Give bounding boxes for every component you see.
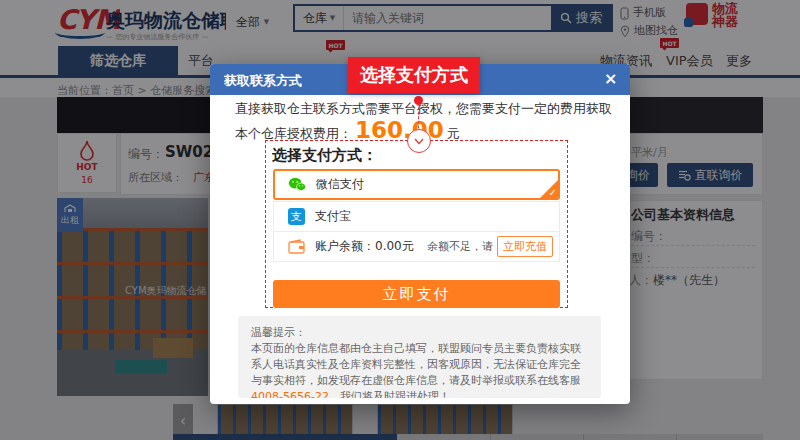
badge-connector-dot (414, 96, 423, 105)
tip-body: 本页面的仓库信息都由仓主自己填写，联盟顾问专员主要负责核实联系人电话真实性及仓库… (251, 342, 581, 387)
recharge-button[interactable]: 立即充值 (497, 236, 553, 257)
service-phone[interactable]: 4008-5656-22 (251, 390, 329, 398)
payment-option-balance[interactable]: 账户余额： 0.00元 余额不足，请 立即充值 (273, 232, 560, 262)
payment-modal: 获取联系方式 × 选择支付方式 直接获取仓主联系方式需要平台授权，您需要支付一定… (210, 64, 630, 404)
balance-value: 0.00元 (375, 238, 414, 255)
wechat-pay-label: 微信支付 (316, 176, 364, 193)
balance-label: 账户余额： (315, 238, 375, 255)
tip-body-tail: ，我们将及时跟进处理！ (329, 390, 450, 398)
tip-title: 温馨提示： (251, 325, 588, 341)
wechat-icon (288, 176, 306, 194)
pay-now-button[interactable]: 立即支付 (273, 280, 560, 308)
close-icon[interactable]: × (604, 69, 617, 89)
choose-payment-badge: 选择支付方式 (348, 57, 480, 93)
alipay-icon: 支 (287, 208, 305, 226)
wallet-icon (287, 238, 305, 256)
modal-title: 获取联系方式 (224, 72, 302, 90)
tip-box: 温馨提示： 本页面的仓库信息都由仓主自己填写，联盟顾问专员主要负责核实联系人电话… (238, 316, 601, 398)
payment-section-title: 选择支付方式： (272, 146, 377, 165)
modal-description-line1: 直接获取仓主联系方式需要平台授权，您需要支付一定的费用获取 (235, 100, 623, 118)
alipay-label: 支付宝 (315, 208, 351, 225)
insufficient-balance-note: 余额不足，请 (427, 239, 493, 254)
payment-option-alipay[interactable]: 支 支付宝 (273, 201, 560, 232)
payment-option-wechat[interactable]: 微信支付 ✓ (273, 169, 560, 200)
check-icon: ✓ (549, 187, 557, 198)
page: CYM 奥玛物流仓储联盟 — 您的专业物流服务合作伙伴 — 全部 ▼ 仓库▼ 搜… (0, 0, 800, 440)
chevron-down-circle-icon (407, 129, 431, 153)
